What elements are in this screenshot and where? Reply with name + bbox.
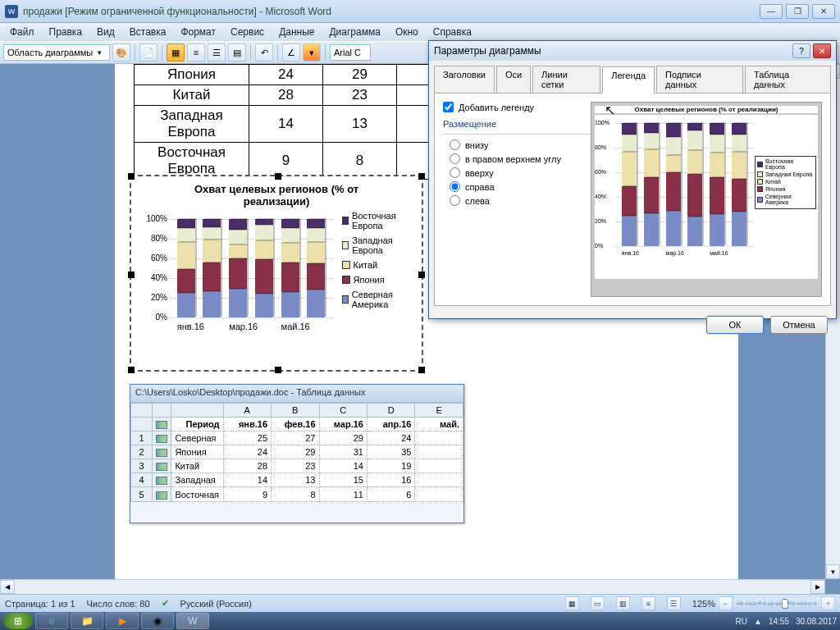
menu-insert[interactable]: Вставка (123, 25, 173, 39)
placement-label: Размещение (443, 119, 591, 129)
resize-handle[interactable] (418, 272, 425, 278)
scroll-left-button[interactable]: ◀ (0, 580, 15, 594)
legend-item: Западная Европа (342, 235, 415, 255)
doc-table: Япония2429 Китай2823 Западная Европа1413… (134, 64, 471, 180)
dialog-help-button[interactable]: ? (792, 43, 810, 58)
zoom-value[interactable]: 125% (692, 599, 715, 609)
watermark: FREE-OFFICE.NET (717, 596, 832, 609)
datasheet-grid[interactable]: ABCDEПериодянв.16фев.16мар.16апр.16май.1… (130, 403, 463, 502)
legend-item: Восточная Европа (342, 211, 415, 231)
resize-handle[interactable] (128, 272, 135, 278)
tab-Линии сетки[interactable]: Линии сетки (532, 66, 600, 93)
menubar: Файл Правка Вид Вставка Формат Сервис Да… (0, 23, 840, 41)
menu-data[interactable]: Данные (272, 25, 321, 39)
add-legend-checkbox[interactable]: Добавить легенду (443, 102, 591, 112)
tab-Оси[interactable]: Оси (496, 66, 531, 93)
resize-handle[interactable] (418, 367, 425, 373)
draft-view-icon[interactable]: ☰ (667, 596, 681, 610)
chart-plot: 0%20%40%60%80%100%янв.16мар.16май.16 (138, 211, 342, 342)
chart-area-combo[interactable]: Область диаграммы▼ (3, 44, 110, 61)
taskbar-word-icon[interactable]: W (176, 613, 209, 629)
placement-radio[interactable]: вверху (450, 167, 591, 178)
taskbar-media-icon[interactable]: ▶ (106, 613, 139, 629)
menu-format[interactable]: Формат (174, 25, 222, 39)
menu-file[interactable]: Файл (3, 25, 41, 39)
proofing-icon[interactable]: ✔ (162, 598, 169, 609)
menu-window[interactable]: Окно (389, 25, 425, 39)
scroll-right-button[interactable]: ▶ (810, 580, 825, 594)
placement-radio[interactable]: справа (450, 181, 591, 192)
tray-lang[interactable]: RU (736, 617, 747, 626)
scroll-down-button[interactable]: ▼ (826, 564, 840, 579)
minimize-button[interactable]: — (760, 4, 783, 19)
resize-handle[interactable] (418, 173, 425, 180)
by-row-button[interactable]: ≡ (187, 43, 205, 62)
tab-Таблица данных[interactable]: Таблица данных (745, 66, 831, 93)
chart-preview: Охват целевых регионов (% от реализации)… (591, 102, 822, 297)
import-button[interactable]: 📄 (139, 43, 158, 62)
datasheet-window[interactable]: C:\Users\Losko\Desktop\продажи.doc - Таб… (130, 384, 464, 523)
ok-button[interactable]: ОК (706, 316, 764, 334)
legend-item: Северная Америка (342, 290, 415, 309)
chart-title: Охват целевых регионов (% от реализации) (131, 176, 422, 211)
menu-chart[interactable]: Диаграмма (322, 25, 386, 39)
dialog-close-button[interactable]: ✕ (813, 43, 831, 58)
datasheet-button[interactable]: ▦ (167, 43, 185, 62)
table-row: Япония2429 (135, 65, 471, 85)
window-title: продажи [Режим ограниченной функциональн… (23, 6, 760, 17)
status-words[interactable]: Число слов: 80 (87, 599, 150, 609)
titlebar: W продажи [Режим ограниченной функционал… (0, 0, 840, 23)
taskbar-chrome-icon[interactable]: ◉ (141, 613, 174, 629)
system-tray[interactable]: RU ▲ 14:55 30.08.2017 (736, 617, 837, 626)
format-button[interactable]: 🎨 (112, 43, 130, 62)
tab-Подписи данных[interactable]: Подписи данных (656, 66, 743, 93)
table-row: Китай2823 (135, 85, 471, 106)
legend-item: Япония (342, 275, 415, 285)
print-layout-view-icon[interactable]: ▦ (565, 596, 579, 610)
taskbar-explorer-icon[interactable]: 📁 (71, 613, 103, 629)
taskbar-ie-icon[interactable]: e (35, 613, 68, 629)
reading-view-icon[interactable]: ▭ (591, 596, 605, 610)
by-col-button[interactable]: ☰ (208, 43, 226, 62)
table-row: Западная Европа1413 (135, 106, 471, 143)
angle-button[interactable]: ∠ (282, 43, 300, 62)
resize-handle[interactable] (275, 367, 281, 373)
menu-service[interactable]: Сервис (224, 25, 271, 39)
placement-radio[interactable]: внизу (450, 139, 591, 150)
datasheet-title: C:\Users\Losko\Desktop\продажи.doc - Таб… (130, 385, 463, 403)
tab-Заголовки[interactable]: Заголовки (434, 66, 495, 93)
tray-flag-icon[interactable]: ▲ (754, 617, 762, 626)
dialog-titlebar[interactable]: Параметры диаграммы ? ✕ (429, 41, 836, 61)
menu-help[interactable]: Справка (427, 25, 478, 39)
dialog-tabs: ЗаголовкиОсиЛинии сеткиЛегендаПодписи да… (429, 61, 836, 93)
undo-button[interactable]: ↶ (255, 43, 273, 62)
resize-handle[interactable] (128, 173, 135, 180)
resize-handle[interactable] (128, 367, 135, 373)
outline-view-icon[interactable]: ≡ (641, 596, 655, 610)
statusbar: Страница: 1 из 1 Число слов: 80 ✔ Русски… (0, 594, 840, 612)
menu-edit[interactable]: Правка (43, 25, 89, 39)
cancel-button[interactable]: Отмена (770, 316, 828, 334)
status-page[interactable]: Страница: 1 из 1 (5, 599, 75, 609)
font-combo[interactable]: Arial C (330, 44, 371, 61)
web-view-icon[interactable]: ▥ (616, 596, 630, 610)
placement-radio[interactable]: слева (450, 195, 591, 206)
status-lang[interactable]: Русский (Россия) (180, 599, 252, 609)
menu-view[interactable]: Вид (90, 25, 121, 39)
dialog-title-text: Параметры диаграммы (434, 45, 792, 57)
table-button[interactable]: ▤ (228, 43, 246, 62)
taskbar: ⊞ e 📁 ▶ ◉ W RU ▲ 14:55 30.08.2017 (0, 612, 840, 630)
word-icon: W (5, 5, 18, 18)
embedded-chart[interactable]: Охват целевых регионов (% от реализации)… (130, 175, 423, 372)
horizontal-scrollbar[interactable]: ◀ ▶ (0, 579, 825, 594)
placement-radio[interactable]: в правом верхнем углу (450, 153, 591, 164)
placement-radios: внизув правом верхнем углувверхусправасл… (443, 139, 591, 206)
start-button[interactable]: ⊞ (3, 613, 33, 629)
resize-handle[interactable] (275, 173, 281, 180)
tab-Легенда[interactable]: Легенда (602, 66, 655, 94)
close-button[interactable]: ✕ (812, 4, 835, 19)
restore-button[interactable]: ❐ (786, 4, 809, 19)
legend-item: Китай (342, 260, 415, 270)
fill-button[interactable]: ▾ (303, 43, 321, 62)
tray-time: 14:55 (769, 617, 789, 626)
